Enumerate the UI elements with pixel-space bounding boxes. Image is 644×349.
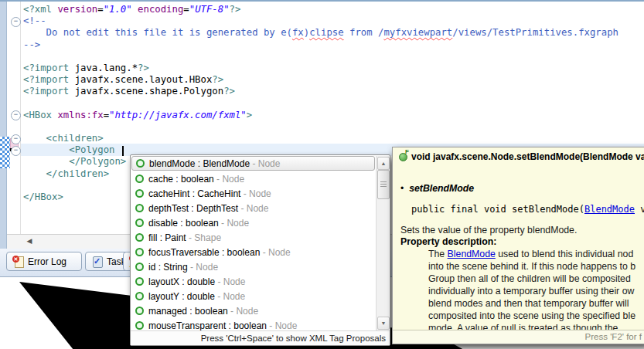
- code-line[interactable]: [23, 98, 618, 110]
- javadoc-description-line: Group then all of the children will be c…: [428, 273, 631, 284]
- javadoc-description-line: individually into a temporary buffer usi…: [428, 286, 634, 296]
- property-icon: [135, 263, 144, 271]
- javadoc-description-line: The BlendMode used to blend this individ…: [428, 249, 633, 259]
- proposal-item[interactable]: fill : Paint - Shape: [131, 230, 377, 245]
- code-line[interactable]: <?import javafx.scene.layout.HBox?>: [23, 74, 618, 86]
- code-line[interactable]: <children>: [23, 133, 618, 144]
- tab-tasks[interactable]: ✓ Tasks: [85, 252, 128, 271]
- eclipse-fxml-editor-screen: { "colors":{"tag":"#3f7f7f","attribute":…: [0, 0, 644, 349]
- javadoc-signature: public final void setBlendMode(BlendMode…: [411, 204, 644, 215]
- proposal-list[interactable]: blendMode : BlendMode - Nodecache : bool…: [131, 156, 377, 330]
- javadoc-status-bar: Press 'F2' for f: [393, 330, 644, 344]
- property-icon: [135, 174, 144, 183]
- javadoc-description-line: into the scene behind it. If this node h…: [428, 261, 635, 272]
- collapse-icon[interactable]: −: [11, 134, 21, 144]
- proposal-item[interactable]: layoutX : double - Node: [131, 274, 377, 289]
- property-icon: [136, 159, 145, 168]
- code-line[interactable]: <HBox xmlns:fx="http://javafx.com/fxml">: [23, 110, 618, 121]
- property-icon: [135, 233, 144, 242]
- javadoc-header-text: void javafx.scene.Node.setBlendMode(Blen…: [411, 151, 644, 162]
- scrollbar-thumb[interactable]: [377, 170, 390, 199]
- error-log-icon: ✕: [12, 256, 24, 267]
- code-line[interactable]: <?xml version="1.0" encoding="UTF-8"?>: [23, 4, 618, 15]
- blendmode-link[interactable]: BlendMode: [584, 204, 635, 215]
- javadoc-header: void javafx.scene.Node.setBlendMode(Blen…: [399, 151, 644, 162]
- proposal-item[interactable]: disable : boolean - Node: [131, 215, 377, 230]
- code-line[interactable]: <!--: [23, 15, 618, 27]
- proposal-item[interactable]: cacheHint : CacheHint - Node: [131, 186, 377, 201]
- tab-error-log-label: Error Log: [28, 256, 66, 267]
- javadoc-member: • setBlendMode: [400, 183, 474, 194]
- javadoc-hover-panel: void javafx.scene.Node.setBlendMode(Blen…: [392, 147, 644, 344]
- javadoc-summary: Sets the value of the property blendMode…: [400, 225, 577, 235]
- proposal-item[interactable]: managed : boolean - Node: [131, 303, 377, 318]
- property-icon: [135, 219, 144, 227]
- javadoc-property-description-label: Property description:: [400, 236, 496, 247]
- code-line[interactable]: <?import javafx.scene.shape.Polygon?>: [23, 86, 618, 97]
- property-icon: [135, 321, 144, 330]
- content-assist-popup: blendMode : BlendMode - Nodecache : bool…: [130, 154, 390, 346]
- property-icon: [135, 307, 144, 315]
- collapse-icon[interactable]: −: [11, 17, 21, 27]
- scroll-left-arrow-icon[interactable]: ◀: [22, 235, 36, 248]
- range-indicator: [0, 137, 10, 168]
- proposal-status-bar: Press 'Ctrl+Space' to show XML Tag Propo…: [131, 330, 390, 345]
- property-icon: [135, 277, 144, 286]
- javadoc-description-line: composited into the scene using the spec…: [428, 310, 635, 321]
- collapse-icon[interactable]: −: [11, 146, 21, 156]
- proposal-item[interactable]: focusTraversable : boolean - Node: [131, 245, 377, 259]
- proposal-item[interactable]: depthTest : DepthTest - Node: [131, 201, 377, 215]
- property-icon: [135, 292, 144, 300]
- property-icon: [135, 248, 144, 256]
- text-cursor: [122, 146, 124, 156]
- proposal-item[interactable]: mouseTransparent : boolean - Node: [131, 318, 377, 330]
- tasks-icon: ✓: [91, 256, 103, 267]
- code-line[interactable]: Do not edit this file it is generated by…: [23, 27, 618, 39]
- code-line[interactable]: <?import java.lang.*?>: [23, 63, 618, 74]
- scroll-down-arrow-icon[interactable]: ▼: [377, 317, 390, 330]
- tab-error-log[interactable]: ✕ Error Log: [6, 252, 82, 271]
- proposal-scrollbar[interactable]: ▲ ▼: [376, 156, 389, 330]
- blendmode-link[interactable]: BlendMode: [448, 249, 496, 259]
- property-icon: [135, 204, 144, 212]
- proposal-item[interactable]: blendMode : BlendMode - Node: [131, 156, 375, 171]
- editor-top-border: [0, 0, 644, 2]
- code-line[interactable]: [23, 121, 618, 133]
- javadoc-description-line: blend modes and then that temporary buff…: [428, 298, 629, 309]
- proposal-item[interactable]: cache : boolean - Node: [131, 171, 377, 186]
- property-icon: [135, 189, 144, 198]
- method-icon: [399, 153, 407, 161]
- proposal-item[interactable]: layoutY : double - Node: [131, 289, 377, 303]
- proposal-item[interactable]: id : String - Node: [131, 259, 377, 274]
- code-line[interactable]: -->: [23, 39, 618, 51]
- code-line[interactable]: [23, 51, 618, 63]
- scroll-up-arrow-icon[interactable]: ▲: [377, 157, 390, 170]
